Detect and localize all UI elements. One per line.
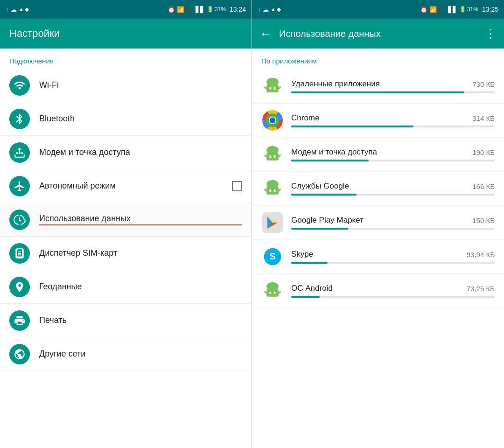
tethering-progress-fill bbox=[291, 160, 369, 161]
tethering-app-name: Модем и точка доступа bbox=[291, 147, 377, 157]
left-settings-list: Подключения Wi-Fi Bluetooth bbox=[0, 49, 252, 448]
chrome-app-size: 314 КБ bbox=[472, 114, 495, 122]
skype-app-icon: S bbox=[261, 245, 284, 268]
deleted-app-icon bbox=[261, 75, 284, 98]
print-icon bbox=[14, 315, 26, 327]
by-apps-header: По приложениям bbox=[252, 49, 504, 70]
app-item-gservices[interactable]: Службы Google 166 КБ bbox=[252, 172, 504, 206]
settings-item-print[interactable]: Печать bbox=[0, 304, 252, 337]
left-toolbar: Настройки bbox=[0, 19, 252, 49]
chrome-app-info: Chrome 314 КБ bbox=[291, 113, 495, 127]
airplane-icon-circle bbox=[9, 176, 30, 196]
right-toolbar-title: Использование данных bbox=[279, 28, 484, 39]
right-signal-icon: ▋▋ bbox=[448, 6, 457, 13]
sim-icon-circle bbox=[9, 243, 30, 264]
tethering-icon bbox=[14, 147, 26, 159]
right-alarm-icon: ⏰ bbox=[420, 6, 427, 13]
svg-rect-5 bbox=[270, 87, 272, 90]
android-app-name-row: ОС Android 73,25 КБ bbox=[291, 284, 495, 293]
skype-progress-container bbox=[291, 262, 495, 264]
left-drive2-icon: ◆ bbox=[25, 6, 29, 13]
right-status-bar: ↑ ☁ ▲ ◆ ⏰ 📶 📞 ▋▋ 🔋 31% 13:25 bbox=[252, 0, 504, 19]
geodata-icon-circle bbox=[9, 277, 30, 297]
app-item-deleted[interactable]: Удаленные приложения 730 КБ bbox=[252, 70, 504, 104]
othernets-icon-circle bbox=[9, 344, 30, 364]
tethering-app-info: Модем и точка доступа 190 КБ bbox=[291, 147, 495, 161]
chrome-app-icon bbox=[261, 109, 284, 132]
tethering-app-size: 190 КБ bbox=[472, 148, 495, 156]
tethering-app-name-row: Модем и точка доступа 190 КБ bbox=[291, 147, 495, 157]
app-item-chrome[interactable]: Chrome 314 КБ bbox=[252, 104, 504, 138]
print-label: Печать bbox=[39, 315, 242, 325]
tethering-label: Модем и точка доступа bbox=[39, 147, 242, 157]
right-cloud-icon: ☁ bbox=[263, 6, 269, 13]
left-battery-pct: 31% bbox=[215, 6, 226, 13]
settings-item-sim[interactable]: Диспетчер SIM-карт bbox=[0, 237, 252, 270]
svg-rect-19 bbox=[270, 155, 272, 158]
android-app-size: 73,25 КБ bbox=[467, 285, 495, 293]
left-battery-icon: 🔋 bbox=[207, 6, 214, 13]
back-button[interactable]: ← bbox=[259, 27, 272, 41]
playmarket-app-icon bbox=[261, 211, 284, 234]
android-progress-fill bbox=[291, 296, 320, 298]
left-signal-icon: ▋▋ bbox=[196, 6, 205, 13]
tethering-progress-container bbox=[291, 160, 495, 161]
svg-line-41 bbox=[279, 291, 281, 294]
app-item-skype[interactable]: S Skype 93,94 КБ bbox=[252, 240, 504, 274]
datausage-label: Использование данных bbox=[39, 214, 242, 225]
settings-item-wifi[interactable]: Wi-Fi bbox=[0, 69, 252, 102]
tethering-icon-circle bbox=[9, 142, 30, 163]
svg-point-16 bbox=[270, 118, 276, 124]
wifi-label: Wi-Fi bbox=[39, 80, 242, 90]
settings-item-tethering[interactable]: Модем и точка доступа bbox=[0, 136, 252, 169]
bluetooth-icon-circle bbox=[9, 109, 30, 129]
chrome-app-name-row: Chrome 314 КБ bbox=[291, 113, 495, 123]
svg-line-28 bbox=[279, 189, 281, 191]
tethering-app-icon bbox=[261, 143, 284, 166]
playmarket-progress-container bbox=[291, 228, 495, 230]
right-panel: ↑ ☁ ▲ ◆ ⏰ 📶 📞 ▋▋ 🔋 31% 13:25 ← Использов… bbox=[252, 0, 504, 448]
svg-rect-25 bbox=[270, 189, 272, 192]
left-panel: ↑ ☁ ▲ ◆ ⏰ 📶 📞 ▋▋ 🔋 31% 13:24 Настройки П… bbox=[0, 0, 252, 448]
datausage-icon bbox=[14, 214, 26, 226]
airplane-label: Автономный режим bbox=[39, 181, 232, 191]
more-options-button[interactable]: ⋮ bbox=[484, 27, 497, 41]
deleted-progress-container bbox=[291, 91, 495, 93]
settings-item-geodata[interactable]: Геоданные bbox=[0, 270, 252, 304]
svg-point-2 bbox=[19, 152, 21, 154]
svg-point-1 bbox=[21, 152, 23, 154]
airplane-checkbox[interactable] bbox=[232, 181, 242, 191]
datausage-icon-circle bbox=[9, 210, 30, 230]
left-alarm-icon: ⏰ bbox=[168, 6, 175, 13]
gservices-app-name: Службы Google bbox=[291, 182, 349, 191]
settings-item-bluetooth[interactable]: Bluetooth bbox=[0, 102, 252, 136]
playmarket-app-info: Google Play Маркет 150 КБ bbox=[291, 216, 495, 230]
gservices-progress-container bbox=[291, 194, 495, 196]
svg-point-0 bbox=[16, 152, 18, 154]
android-progress-container bbox=[291, 296, 495, 298]
svg-line-22 bbox=[279, 155, 281, 157]
left-upload-icon: ↑ bbox=[6, 6, 9, 13]
left-cloud-icon: ☁ bbox=[11, 6, 17, 13]
app-item-tethering[interactable]: Модем и точка доступа 190 КБ bbox=[252, 138, 504, 172]
gservices-app-size: 166 КБ bbox=[472, 182, 495, 190]
svg-line-8 bbox=[279, 87, 281, 89]
settings-item-datausage[interactable]: Использование данных bbox=[0, 203, 252, 237]
app-item-playmarket[interactable]: Google Play Маркет 150 КБ bbox=[252, 206, 504, 240]
left-drive-icon: ▲ bbox=[19, 6, 24, 13]
settings-item-airplane[interactable]: Автономный режим bbox=[0, 169, 252, 203]
deleted-app-info: Удаленные приложения 730 КБ bbox=[291, 79, 495, 93]
left-time: 13:24 bbox=[230, 6, 246, 13]
bluetooth-icon bbox=[14, 113, 26, 125]
skype-app-name-row: Skype 93,94 КБ bbox=[291, 250, 495, 259]
settings-item-othernets[interactable]: Другие сети bbox=[0, 337, 252, 371]
chrome-progress-fill bbox=[291, 126, 413, 127]
svg-text:S: S bbox=[269, 251, 275, 261]
app-item-android[interactable]: ОС Android 73,25 КБ bbox=[252, 274, 504, 308]
skype-app-name: Skype bbox=[291, 250, 313, 259]
playmarket-app-name-row: Google Play Маркет 150 КБ bbox=[291, 216, 495, 225]
right-upload-icon: ↑ bbox=[258, 6, 261, 13]
svg-rect-6 bbox=[274, 87, 276, 90]
svg-rect-24 bbox=[266, 187, 279, 195]
connections-section-header: Подключения bbox=[0, 49, 252, 69]
